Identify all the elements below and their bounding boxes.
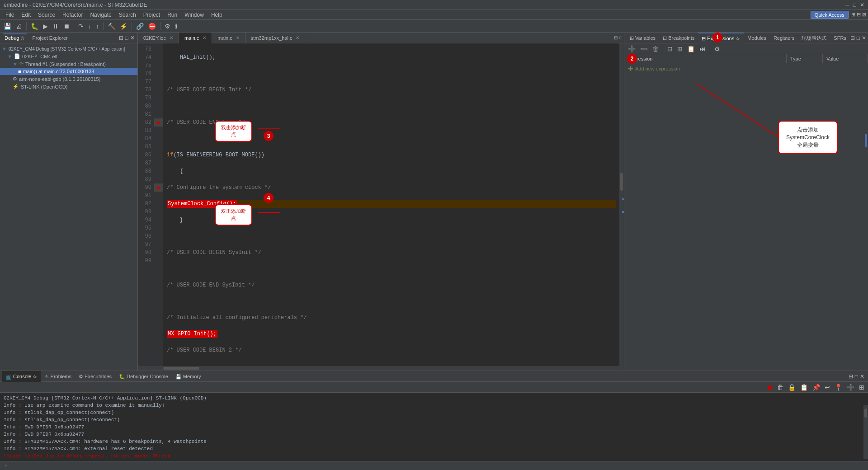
tb-step-over[interactable]: ↷: [76, 22, 85, 31]
tree-elf[interactable]: ▼ 📄 02KEY_CM4.elf: [0, 52, 137, 60]
right-panel-min[interactable]: ⊟: [850, 35, 855, 41]
titlebar: embedfire - 02KEY/CM4/Core/Src/main.c - …: [0, 0, 868, 10]
tb-step-into[interactable]: ↓: [86, 22, 93, 31]
expr-remove[interactable]: ➖: [638, 44, 650, 53]
console-scrollbar[interactable]: [863, 405, 868, 459]
tree-root[interactable]: ▼ 02KEY_CM4 Debug [STM32 Cortex-M C/C++ …: [0, 45, 137, 52]
menu-run[interactable]: Run: [164, 10, 181, 20]
col-type: Type: [787, 54, 823, 63]
tab-ioc[interactable]: 02KEY.ioc✕: [138, 33, 179, 43]
tb-print[interactable]: 🖨: [14, 22, 24, 31]
tb-debug[interactable]: 🐛: [29, 22, 40, 31]
breakpoint-column: ▶ ▶: [154, 43, 163, 366]
console-new[interactable]: ➕: [845, 383, 856, 392]
left-panel-min[interactable]: ⊟: [119, 35, 123, 41]
tree-thread[interactable]: ▼ ⟳ Thread #1 (Suspended : Breakpoint): [0, 60, 137, 68]
tree-main[interactable]: ■ main() at main.c:73 0x10000138: [0, 68, 137, 75]
console-input-indicator: ▼: [4, 463, 8, 468]
menu-navigate[interactable]: Navigate: [86, 10, 115, 20]
tab-variables[interactable]: ⊞ Variables: [626, 33, 659, 43]
console-header: 02KEY_CM4 Debug [STM32 Cortex-M C/C++ Ap…: [4, 395, 864, 402]
tab-console[interactable]: 📺 Console ☆: [2, 371, 41, 382]
left-panel-close[interactable]: ✕: [130, 35, 135, 41]
expr-next[interactable]: ⏭: [698, 44, 708, 53]
console-line-6: Info : STM32MP157AACx.cm4: hardware has …: [4, 438, 864, 445]
console-clear[interactable]: 🗑: [775, 383, 785, 392]
code-line-79: if(IS_ENGINEERING_BOOT_MODE()): [167, 151, 616, 159]
tab-debugger-console[interactable]: 🐛 Debugger Console: [115, 371, 172, 382]
console-paste[interactable]: 📌: [811, 383, 822, 392]
tab-problems[interactable]: ⚠ Problems: [41, 371, 75, 382]
tab-breakpoints[interactable]: ⊡ Breakpoints: [659, 33, 698, 43]
code-line-90: MX_GPIO_Init();: [167, 330, 616, 338]
expr-copy[interactable]: 📋: [685, 44, 697, 53]
tree-stlink[interactable]: ⚡ ST-LINK (OpenOCD): [0, 83, 137, 90]
console-word-wrap[interactable]: ↩: [823, 383, 832, 392]
editor-area[interactable]: 7374757677 7879808182 8384858687 8889909…: [138, 43, 624, 366]
tab-hal[interactable]: stm32mp1xx_hal.c✕: [245, 33, 306, 43]
tb-save[interactable]: 💾: [2, 22, 13, 31]
right-panel-close[interactable]: ✕: [862, 35, 866, 41]
tab-modules[interactable]: Modules: [744, 33, 770, 43]
tb-step-return[interactable]: ↑: [94, 22, 101, 31]
minimize-btn[interactable]: ─: [845, 2, 849, 8]
menu-window[interactable]: Window: [181, 10, 208, 20]
left-panel-controls: ⊟ □ ✕: [119, 35, 135, 41]
right-panel-max[interactable]: □: [857, 35, 860, 41]
console-pin[interactable]: 📍: [833, 383, 844, 392]
console-layout[interactable]: ⊞: [857, 383, 866, 392]
menu-project[interactable]: Project: [140, 10, 164, 20]
console-min[interactable]: ⊟: [849, 373, 853, 380]
editor-max[interactable]: □: [619, 35, 622, 40]
tab-main-c-2[interactable]: main.c✕: [212, 33, 245, 43]
left-panel: Debug ☆ Project Explorer ⊟ □ ✕ ▼ 02KEY_C…: [0, 33, 138, 371]
tab-executables[interactable]: ⚙ Executables: [75, 371, 115, 382]
circle-1: 1: [712, 33, 722, 42]
left-panel-max[interactable]: □: [125, 35, 128, 41]
console-copy[interactable]: 📋: [798, 383, 810, 392]
project-explorer-tab[interactable]: Project Explorer: [30, 34, 69, 42]
tb-info[interactable]: ℹ: [173, 22, 179, 31]
tab-registers[interactable]: Registers: [770, 33, 798, 43]
editor-hscrollbar[interactable]: [138, 366, 624, 371]
expr-remove-all[interactable]: 🗑: [651, 44, 660, 53]
tb-disconnect[interactable]: ⛔: [146, 22, 158, 31]
quick-access-button[interactable]: Quick Access: [811, 11, 849, 19]
console-line-2: Info : stlink_dap_op_connect(connect): [4, 409, 864, 416]
tab-main-c[interactable]: main.c✕: [179, 33, 212, 43]
editor-scrollbar[interactable]: [619, 43, 624, 366]
tab-memory[interactable]: 💾 Memory: [172, 371, 205, 382]
console-max[interactable]: □: [855, 373, 858, 380]
debug-tab[interactable]: Debug ☆: [3, 33, 27, 42]
menu-help[interactable]: Help: [208, 10, 226, 20]
expr-settings[interactable]: ⚙: [712, 44, 722, 53]
expr-add[interactable]: ➕: [626, 44, 637, 53]
tb-build[interactable]: 🔨: [106, 22, 117, 31]
editor-min[interactable]: ⊟: [614, 35, 618, 40]
menu-refactor[interactable]: Refactor: [59, 10, 86, 20]
tb-run[interactable]: ▶: [41, 22, 50, 31]
console-line-1: Info : Use arp_examine command to examin…: [4, 402, 864, 409]
menu-source[interactable]: Source: [34, 10, 59, 20]
console-scroll-lock[interactable]: 🔒: [786, 383, 797, 392]
circle-4: 4: [264, 193, 274, 203]
tb-pause[interactable]: ⏸: [51, 22, 61, 31]
tab-sfrs[interactable]: SFRs: [830, 33, 850, 43]
tb-settings[interactable]: ⚙: [163, 22, 172, 31]
tb-flash[interactable]: ⚡: [118, 22, 129, 31]
maximize-btn[interactable]: □: [853, 2, 856, 8]
add-expression-row[interactable]: ✚ Add new expression: [624, 63, 868, 74]
menu-search[interactable]: Search: [115, 10, 140, 20]
menu-file[interactable]: File: [2, 10, 18, 20]
console-close[interactable]: ✕: [860, 373, 864, 380]
tb-stop[interactable]: ⏹: [61, 22, 71, 31]
tree-gdb[interactable]: ⚙ arm-none-eabi-gdb (8.1.0.20180315): [0, 75, 137, 83]
expr-collapse[interactable]: ⊟: [665, 44, 675, 53]
close-btn[interactable]: ✕: [860, 2, 864, 8]
console-stop[interactable]: ⏹: [764, 383, 774, 392]
expr-expand[interactable]: ⊞: [675, 44, 684, 53]
tb-connect[interactable]: 🔗: [134, 22, 146, 31]
tab-field-expr[interactable]: 现场表达式: [798, 33, 830, 43]
col-type-label: Type: [790, 56, 801, 61]
menu-edit[interactable]: Edit: [18, 10, 34, 20]
